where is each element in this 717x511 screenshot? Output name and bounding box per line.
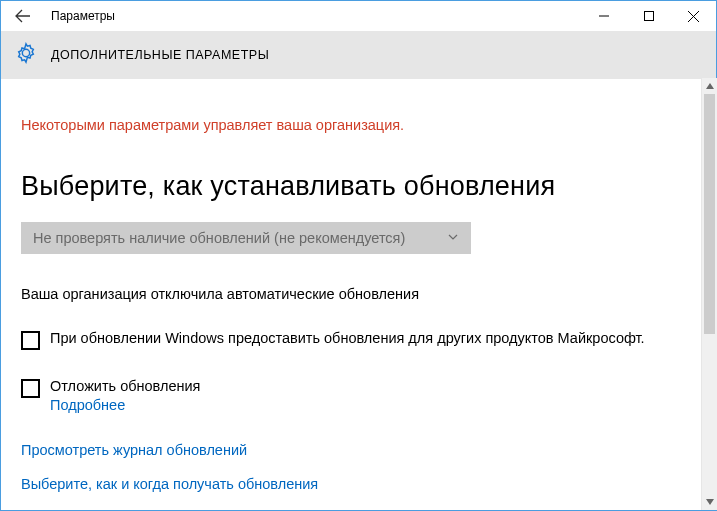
scrollbar-thumb[interactable] (704, 94, 715, 334)
titlebar: Параметры (1, 1, 716, 31)
maximize-button[interactable] (626, 1, 671, 31)
view-history-link[interactable]: Просмотреть журнал обновлений (21, 442, 680, 458)
close-button[interactable] (671, 1, 716, 31)
checkbox-box[interactable] (21, 379, 40, 398)
checkbox-label: При обновлении Windows предоставить обно… (50, 330, 645, 346)
choose-updates-link[interactable]: Выберите, как и когда получать обновлени… (21, 476, 680, 492)
maximize-icon (644, 11, 654, 21)
scroll-up-arrow[interactable] (702, 78, 717, 94)
dropdown-value: Не проверять наличие обновлений (не реко… (33, 230, 405, 246)
checkbox-ms-products[interactable]: При обновлении Windows предоставить обно… (21, 330, 680, 350)
close-icon (688, 11, 699, 22)
checkbox-defer-updates[interactable]: Отложить обновления Подробнее (21, 378, 680, 414)
org-warning: Некоторыми параметрами управляет ваша ор… (21, 117, 680, 133)
scroll-down-arrow[interactable] (702, 494, 717, 510)
content-area: Некоторыми параметрами управляет ваша ор… (1, 79, 716, 510)
defer-learn-more-link[interactable]: Подробнее (50, 397, 125, 413)
minimize-icon (599, 11, 609, 21)
vertical-scrollbar[interactable] (701, 78, 717, 510)
arrow-left-icon (15, 8, 31, 24)
disabled-note: Ваша организация отключила автоматически… (21, 286, 680, 302)
checkbox-box[interactable] (21, 331, 40, 350)
links-block: Просмотреть журнал обновлений Выберите, … (21, 442, 680, 492)
back-button[interactable] (1, 1, 45, 31)
gear-icon (15, 42, 37, 68)
svg-rect-0 (644, 12, 653, 21)
update-mode-dropdown[interactable]: Не проверять наличие обновлений (не реко… (21, 222, 471, 254)
page-heading: ДОПОЛНИТЕЛЬНЫЕ ПАРАМЕТРЫ (51, 48, 269, 62)
minimize-button[interactable] (581, 1, 626, 31)
chevron-down-icon (447, 230, 459, 246)
page-header: ДОПОЛНИТЕЛЬНЫЕ ПАРАМЕТРЫ (1, 31, 716, 79)
checkbox-label: Отложить обновления (50, 378, 200, 394)
window-title: Параметры (51, 9, 115, 23)
section-title: Выберите, как устанавливать обновления (21, 171, 680, 202)
